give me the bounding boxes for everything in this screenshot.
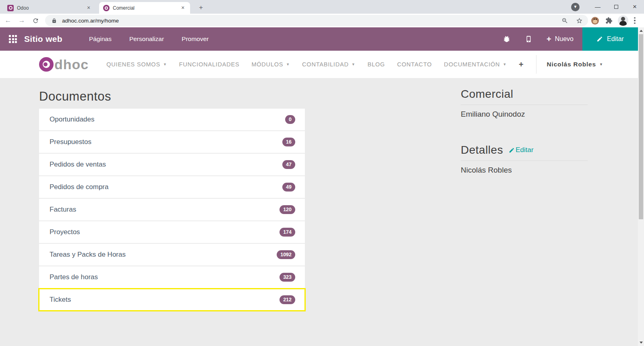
count-badge: 16 <box>282 138 295 146</box>
forward-button[interactable]: → <box>16 15 27 26</box>
monkey-extension-icon[interactable] <box>591 17 599 25</box>
pencil-icon <box>509 147 515 153</box>
back-button[interactable]: ← <box>2 15 14 26</box>
chevron-down-icon: ▼ <box>163 62 167 66</box>
odoo-menu: Páginas Personalizar Promover <box>89 35 209 43</box>
document-row[interactable]: Presupuestos 16 <box>39 131 305 153</box>
count-badge: 1092 <box>277 250 295 259</box>
sidebar: Comercial Emiliano Quinodoz Detalles Edi… <box>461 88 588 175</box>
nav-user-menu[interactable]: Nicolás Robles ▼ <box>536 55 603 74</box>
chevron-down-icon: ▼ <box>599 62 603 66</box>
details-name: Nicolás Robles <box>461 166 588 175</box>
url-text[interactable]: adhoc.com.ar/my/home <box>62 18 560 24</box>
tab-comercial[interactable]: Comercial × <box>99 2 190 14</box>
menu-promover[interactable]: Promover <box>182 35 209 43</box>
window-controls: ▼ — × <box>571 0 644 14</box>
count-badge: 47 <box>282 160 295 169</box>
chevron-down-icon: ▼ <box>352 62 356 66</box>
maximize-button[interactable] <box>607 0 625 14</box>
browser-window: Odoo × Comercial × + ▼ — × ← → adhoc.com… <box>0 0 644 346</box>
nav-add-page-button[interactable]: + <box>519 60 524 69</box>
minimize-button[interactable]: — <box>588 0 607 14</box>
scroll-up-icon[interactable] <box>638 28 644 34</box>
site-navbar: dhoc QUIENES SOMOS ▼ FUNCIONALIDADES MÓD… <box>0 51 638 78</box>
profile-avatar[interactable] <box>618 15 628 26</box>
count-badge: 174 <box>280 228 295 237</box>
adhoc-logo-icon <box>39 57 54 72</box>
browser-toolbar: ← → adhoc.com.ar/my/home <box>0 14 644 27</box>
nav-item-modulos[interactable]: MÓDULOS ▼ <box>251 61 290 68</box>
maximize-icon <box>614 5 618 9</box>
details-edit-link[interactable]: Editar <box>509 146 533 154</box>
zoom-indicator-icon[interactable] <box>560 16 569 25</box>
new-page-button[interactable]: + Nuevo <box>547 35 574 44</box>
plus-icon: + <box>547 35 551 44</box>
reload-icon <box>32 17 39 24</box>
browser-menu-icon[interactable] <box>628 17 641 24</box>
close-window-button[interactable]: × <box>625 0 644 14</box>
menu-paginas[interactable]: Páginas <box>89 35 112 43</box>
divider <box>461 105 588 105</box>
chevron-down-circle-icon[interactable]: ▼ <box>571 3 580 11</box>
document-row[interactable]: Pedidos de ventas 47 <box>39 154 305 175</box>
odoo-favicon-icon <box>7 5 14 11</box>
chevron-down-icon: ▼ <box>503 62 507 66</box>
tab-close-icon[interactable]: × <box>85 5 92 11</box>
lock-icon <box>49 16 59 25</box>
nav-item-blog[interactable]: BLOG <box>367 61 385 68</box>
document-row[interactable]: Proyectos 174 <box>39 221 305 243</box>
extensions-puzzle-icon[interactable] <box>605 17 613 24</box>
document-row[interactable]: Oportunidades 0 <box>39 109 305 130</box>
apps-grid-icon[interactable] <box>9 35 17 43</box>
document-row[interactable]: Tickets 212 <box>39 289 305 311</box>
app-name[interactable]: Sitio web <box>24 34 62 44</box>
pencil-icon <box>596 36 603 42</box>
scroll-down-icon[interactable] <box>638 340 644 346</box>
bookmark-star-icon[interactable] <box>574 16 584 25</box>
salesperson-name: Emiliano Quinodoz <box>461 110 588 119</box>
page-title: Documentos <box>39 89 111 104</box>
tab-odoo[interactable]: Odoo × <box>3 2 96 14</box>
tab-title: Odoo <box>17 5 85 11</box>
count-badge: 120 <box>280 205 295 214</box>
page-scrollbar[interactable] <box>638 27 644 346</box>
extensions-area <box>591 15 641 26</box>
adhoc-logo-text: dhoc <box>54 57 89 72</box>
document-label: Partes de horas <box>50 273 98 281</box>
tab-close-icon[interactable]: × <box>180 5 186 11</box>
document-label: Pedidos de compra <box>50 183 108 191</box>
nav-item-contacto[interactable]: CONTACTO <box>397 61 432 68</box>
document-row[interactable]: Pedidos de compra 49 <box>39 176 305 198</box>
site-nav-items: QUIENES SOMOS ▼ FUNCIONALIDADES MÓDULOS … <box>106 55 603 74</box>
document-label: Presupuestos <box>50 138 91 146</box>
debug-bug-icon[interactable] <box>503 35 511 43</box>
scrollbar-thumb[interactable] <box>639 34 643 219</box>
document-row[interactable]: Tareas y Packs de Horas 1092 <box>39 244 305 266</box>
menu-personalizar[interactable]: Personalizar <box>129 35 164 43</box>
count-badge: 0 <box>285 115 295 124</box>
document-label: Proyectos <box>50 228 80 236</box>
adhoc-logo[interactable]: dhoc <box>39 57 89 72</box>
count-badge: 49 <box>282 183 295 192</box>
nav-item-funcionalidades[interactable]: FUNCIONALIDADES <box>179 61 240 68</box>
document-label: Oportunidades <box>50 115 95 124</box>
document-row[interactable]: Partes de horas 323 <box>39 266 305 288</box>
document-label: Tareas y Packs de Horas <box>50 251 126 259</box>
nav-user-name: Nicolás Robles <box>547 61 596 68</box>
tab-strip: Odoo × Comercial × + ▼ — × <box>0 0 644 14</box>
nav-item-contabilidad[interactable]: CONTABILIDAD ▼ <box>302 61 355 68</box>
salesperson-title: Comercial <box>461 88 588 101</box>
count-badge: 323 <box>280 273 295 282</box>
edit-button[interactable]: Editar <box>582 27 638 51</box>
tab-title: Comercial <box>113 5 180 11</box>
address-bar[interactable]: adhoc.com.ar/my/home <box>45 15 588 26</box>
reload-button[interactable] <box>30 15 41 26</box>
new-tab-button[interactable]: + <box>196 3 206 13</box>
nav-item-quienes-somos[interactable]: QUIENES SOMOS ▼ <box>106 61 167 68</box>
nav-item-documentacion[interactable]: DOCUMENTACIÓN ▼ <box>444 61 507 68</box>
mobile-preview-icon[interactable] <box>525 35 532 43</box>
document-row[interactable]: Facturas 120 <box>39 199 305 220</box>
document-label: Pedidos de ventas <box>50 161 106 169</box>
new-label: Nuevo <box>555 35 574 43</box>
documents-list: Oportunidades 0 Presupuestos 16 Pedidos … <box>39 109 305 311</box>
